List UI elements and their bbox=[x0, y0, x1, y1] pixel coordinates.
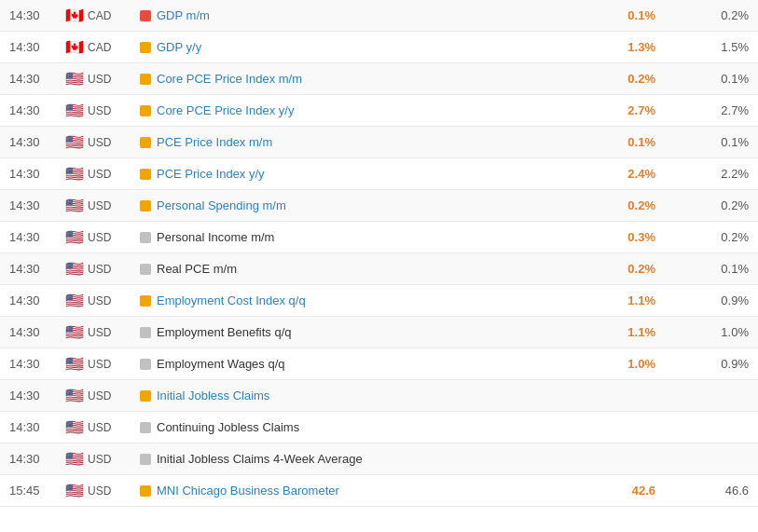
event-name[interactable]: Initial Jobless Claims bbox=[157, 389, 269, 402]
currency-label: CAD bbox=[88, 9, 111, 22]
event-name[interactable]: GDP y/y bbox=[157, 40, 201, 54]
event-forecast: 0.2% bbox=[674, 8, 749, 22]
event-country: 🇺🇸USD bbox=[65, 325, 140, 340]
table-row: 14:30🇺🇸USDCore PCE Price Index y/y2.7%2.… bbox=[0, 95, 758, 127]
table-row: 14:30🇺🇸USDEmployment Benefits q/q1.1%1.0… bbox=[0, 317, 758, 348]
event-indicator: Initial Jobless Claims bbox=[140, 389, 466, 402]
event-forecast: 1.0% bbox=[674, 325, 749, 339]
country-flag: 🇺🇸 bbox=[65, 135, 84, 150]
event-time: 14:30 bbox=[9, 8, 65, 22]
table-row: 14:30🇺🇸USDCore PCE Price Index m/m0.2%0.… bbox=[0, 63, 758, 95]
event-indicator: PCE Price Index m/m bbox=[140, 135, 466, 149]
event-indicator: Initial Jobless Claims 4-Week Average bbox=[140, 452, 466, 466]
event-name: Employment Benefits q/q bbox=[157, 325, 292, 339]
event-name[interactable]: Core PCE Price Index m/m bbox=[157, 72, 302, 86]
currency-label: USD bbox=[88, 453, 111, 466]
country-flag: 🇺🇸 bbox=[65, 72, 84, 87]
currency-label: USD bbox=[88, 104, 111, 117]
event-indicator: GDP m/m bbox=[140, 8, 466, 22]
table-row: 14:30🇺🇸USDReal PCE m/m0.2%0.1% bbox=[0, 253, 758, 285]
event-name: Initial Jobless Claims 4-Week Average bbox=[157, 452, 363, 466]
event-name: Continuing Jobless Claims bbox=[157, 420, 299, 434]
event-country: 🇨🇦CAD bbox=[65, 40, 140, 55]
event-indicator: Employment Benefits q/q bbox=[140, 325, 466, 339]
event-name[interactable]: PCE Price Index m/m bbox=[157, 135, 272, 149]
event-name: Real PCE m/m bbox=[157, 262, 237, 276]
event-forecast: 0.9% bbox=[674, 293, 749, 307]
impact-indicator bbox=[140, 264, 151, 275]
impact-indicator bbox=[140, 422, 151, 433]
country-flag: 🇨🇦 bbox=[65, 8, 84, 23]
event-time: 14:30 bbox=[9, 262, 65, 276]
event-forecast: 0.1% bbox=[674, 72, 749, 86]
event-name[interactable]: Core PCE Price Index y/y bbox=[157, 103, 294, 117]
event-actual: 1.3% bbox=[466, 40, 674, 54]
event-actual: 0.1% bbox=[466, 8, 674, 22]
event-indicator: GDP y/y bbox=[140, 40, 466, 54]
event-time: 14:30 bbox=[9, 452, 65, 466]
table-row: 14:30🇺🇸USDPCE Price Index y/y2.4%2.2% bbox=[0, 158, 758, 190]
event-country: 🇺🇸USD bbox=[65, 135, 140, 150]
event-time: 14:30 bbox=[9, 135, 65, 149]
currency-label: USD bbox=[88, 421, 111, 434]
country-flag: 🇺🇸 bbox=[65, 484, 84, 498]
event-name[interactable]: Personal Spending m/m bbox=[157, 198, 286, 212]
table-row: 14:30🇺🇸USDEmployment Wages q/q1.0%0.9% bbox=[0, 348, 758, 380]
event-actual: 2.7% bbox=[466, 103, 674, 117]
event-country: 🇺🇸USD bbox=[65, 262, 140, 277]
event-country: 🇺🇸USD bbox=[65, 357, 140, 372]
event-forecast: 46.6 bbox=[674, 484, 749, 498]
impact-indicator bbox=[140, 10, 151, 21]
impact-indicator bbox=[140, 74, 151, 85]
event-name[interactable]: GDP m/m bbox=[157, 8, 210, 22]
event-country: 🇺🇸USD bbox=[65, 420, 140, 435]
country-flag: 🇺🇸 bbox=[65, 167, 84, 182]
impact-indicator bbox=[140, 485, 151, 497]
event-indicator: Employment Cost Index q/q bbox=[140, 293, 466, 307]
impact-indicator bbox=[140, 390, 151, 402]
event-forecast: 0.2% bbox=[674, 230, 749, 244]
event-name[interactable]: Employment Cost Index q/q bbox=[157, 293, 306, 307]
table-row: 14:30🇺🇸USDContinuing Jobless Claims bbox=[0, 412, 758, 443]
event-name[interactable]: PCE Price Index y/y bbox=[157, 167, 265, 181]
event-country: 🇺🇸USD bbox=[65, 103, 140, 118]
event-indicator: Personal Income m/m bbox=[140, 230, 466, 244]
table-row: 14:30🇺🇸USDPersonal Income m/m0.3%0.2% bbox=[0, 222, 758, 253]
country-flag: 🇺🇸 bbox=[65, 420, 84, 435]
table-row: 14:30🇺🇸USDPersonal Spending m/m0.2%0.2% bbox=[0, 190, 758, 222]
country-flag: 🇺🇸 bbox=[65, 103, 84, 118]
event-time: 14:30 bbox=[9, 167, 65, 181]
country-flag: 🇺🇸 bbox=[65, 198, 84, 213]
impact-indicator bbox=[140, 200, 151, 211]
event-time: 15:45 bbox=[9, 484, 65, 498]
event-forecast: 0.1% bbox=[674, 135, 749, 149]
event-indicator: Core PCE Price Index y/y bbox=[140, 103, 466, 117]
event-forecast: 0.9% bbox=[674, 357, 749, 371]
event-name[interactable]: MNI Chicago Business Barometer bbox=[157, 484, 339, 498]
impact-indicator bbox=[140, 295, 151, 307]
event-time: 14:30 bbox=[9, 198, 65, 212]
event-country: 🇺🇸USD bbox=[65, 198, 140, 213]
event-actual: 0.3% bbox=[466, 230, 674, 244]
event-actual: 1.0% bbox=[466, 357, 674, 371]
event-country: 🇺🇸USD bbox=[65, 167, 140, 182]
currency-label: USD bbox=[88, 389, 111, 402]
currency-label: USD bbox=[88, 326, 111, 339]
event-country: 🇺🇸USD bbox=[65, 293, 140, 308]
event-name: Personal Income m/m bbox=[157, 230, 274, 244]
impact-indicator bbox=[140, 359, 151, 370]
currency-label: USD bbox=[88, 199, 111, 212]
country-flag: 🇺🇸 bbox=[65, 293, 84, 308]
event-indicator: Continuing Jobless Claims bbox=[140, 420, 466, 434]
event-time: 14:30 bbox=[9, 103, 65, 117]
country-flag: 🇨🇦 bbox=[65, 40, 84, 55]
country-flag: 🇺🇸 bbox=[65, 389, 84, 403]
event-actual: 1.1% bbox=[466, 325, 674, 339]
event-country: 🇺🇸USD bbox=[65, 72, 140, 87]
currency-label: USD bbox=[88, 231, 111, 244]
event-name: Employment Wages q/q bbox=[157, 357, 285, 371]
table-row: 14:30🇺🇸USDPCE Price Index m/m0.1%0.1% bbox=[0, 127, 758, 158]
currency-label: USD bbox=[88, 73, 111, 86]
impact-indicator bbox=[140, 327, 151, 338]
event-actual: 0.2% bbox=[466, 72, 674, 86]
